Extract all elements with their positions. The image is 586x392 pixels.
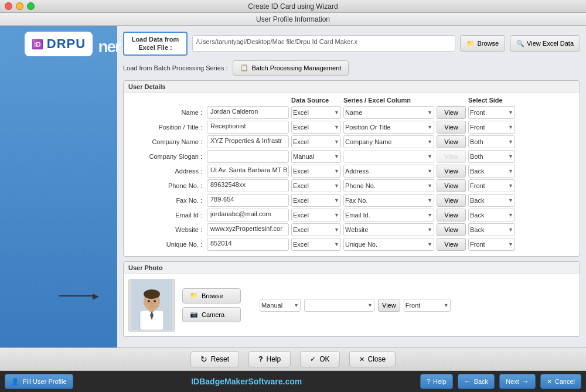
field-value-0[interactable]: Jordan Calderon: [207, 106, 289, 119]
series-select-3[interactable]: [343, 150, 434, 163]
view-button-3: View: [437, 150, 466, 163]
side-select-3[interactable]: FrontBackBoth: [468, 150, 515, 163]
side-select-9[interactable]: FrontBackBoth: [468, 238, 515, 251]
cancel-icon: [547, 378, 552, 386]
source-select-9[interactable]: ExcelManual: [291, 238, 341, 251]
minimize-window-button[interactable]: [16, 2, 23, 10]
browse-button[interactable]: Browse: [460, 35, 505, 52]
field-label-6: Fax No. :: [128, 197, 205, 204]
field-value-8[interactable]: www.xyzPropertiesinf.cor: [207, 223, 289, 236]
photo-source-select[interactable]: Manual Excel: [260, 299, 301, 312]
batch-label: Load from Batch Processing Series :: [123, 64, 228, 71]
footer-help-button[interactable]: ? Help: [420, 374, 453, 389]
side-cell-4: FrontBackBoth▼: [468, 165, 515, 178]
field-value-9[interactable]: 852014: [207, 238, 289, 251]
view-button-4[interactable]: View: [437, 165, 466, 178]
series-select-7[interactable]: Email Id.: [343, 209, 434, 221]
photo-preview: [128, 279, 175, 332]
series-select-5[interactable]: Phone No.: [343, 179, 434, 192]
table-row: Company Name :XYZ Properties & InfrastrE…: [128, 135, 575, 148]
ok-button[interactable]: OK: [300, 351, 339, 367]
side-select-8[interactable]: FrontBackBoth: [468, 223, 515, 236]
help-button[interactable]: Help: [248, 351, 291, 367]
source-select-2[interactable]: ExcelManual: [291, 135, 341, 148]
batch-processing-button[interactable]: Batch Processing Management: [233, 60, 349, 76]
camera-button[interactable]: Camera: [182, 307, 241, 322]
view-button-0[interactable]: View: [437, 106, 466, 119]
source-select-wrap-8: ExcelManual▼: [291, 223, 341, 236]
brand-tld: .com: [283, 377, 302, 386]
source-select-5[interactable]: ExcelManual: [291, 179, 341, 192]
source-select-8[interactable]: ExcelManual: [291, 223, 341, 236]
field-value-5[interactable]: 89632548xx: [207, 179, 289, 192]
side-cell-9: FrontBackBoth▼: [468, 238, 515, 251]
view-button-7[interactable]: View: [437, 209, 466, 221]
view-button-8[interactable]: View: [437, 223, 466, 236]
side-select-4[interactable]: FrontBackBoth: [468, 165, 515, 178]
photo-series-select[interactable]: [304, 299, 374, 312]
maximize-window-button[interactable]: [27, 2, 35, 10]
field-value-4[interactable]: Ut Av. Santa Barbara MT B: [207, 165, 289, 178]
side-select-0[interactable]: FrontBackBoth: [468, 106, 515, 119]
next-button[interactable]: Next: [499, 374, 536, 389]
series-select-8[interactable]: Website: [343, 223, 434, 236]
window-controls[interactable]: [5, 2, 35, 10]
source-select-7[interactable]: ExcelManual: [291, 209, 341, 221]
close-window-button[interactable]: [5, 2, 12, 10]
close-button[interactable]: Close: [349, 351, 396, 367]
user-details-header: User Details: [124, 81, 580, 93]
fill-profile-button[interactable]: Fill User Profile: [5, 374, 73, 389]
series-select-1[interactable]: Position Or Title: [343, 121, 434, 134]
cancel-button[interactable]: Cancel: [540, 374, 581, 389]
view-button-9[interactable]: View: [437, 238, 466, 251]
brand-text: IDBadgeMakerSoftware: [191, 377, 282, 386]
view-button-6[interactable]: View: [437, 194, 466, 207]
field-value-1[interactable]: Receptionist: [207, 121, 289, 134]
side-select-5[interactable]: FrontBackBoth: [468, 179, 515, 192]
table-row: Position / Title :ReceptionistExcelManua…: [128, 121, 575, 134]
field-value-2[interactable]: XYZ Properties & Infrastr: [207, 135, 289, 148]
side-cell-2: FrontBackBoth▼: [468, 135, 515, 148]
view-excel-button[interactable]: View Excel Data: [510, 35, 580, 52]
series-select-2[interactable]: Company Name: [343, 135, 434, 148]
view-button-1[interactable]: View: [437, 121, 466, 134]
series-select-wrap-1: Position Or Title▼: [343, 121, 434, 134]
view-excel-icon: [516, 40, 524, 47]
field-value-6[interactable]: 789-654: [207, 194, 289, 207]
side-select-6[interactable]: FrontBackBoth: [468, 194, 515, 207]
source-select-1[interactable]: ExcelManual: [291, 121, 341, 134]
series-select-wrap-6: Fax No.▼: [343, 194, 434, 207]
side-select-2[interactable]: FrontBackBoth: [468, 135, 515, 148]
view-button-2[interactable]: View: [437, 135, 466, 148]
view-button-5[interactable]: View: [437, 179, 466, 192]
series-select-0[interactable]: Name: [343, 106, 434, 119]
arrow-head-icon: ▶: [93, 291, 99, 301]
photo-browse-button[interactable]: Browse: [182, 288, 241, 304]
side-select-7[interactable]: FrontBackBoth: [468, 209, 515, 221]
source-select-4[interactable]: ExcelManual: [291, 165, 341, 178]
series-select-9[interactable]: Unique No.: [343, 238, 434, 251]
source-select-wrap-2: ExcelManual▼: [291, 135, 341, 148]
back-button[interactable]: Back: [458, 374, 495, 389]
field-value-7[interactable]: jordanabc@mail.com: [207, 209, 289, 221]
source-select-6[interactable]: ExcelManual: [291, 194, 341, 207]
source-select-3[interactable]: ExcelManual: [291, 150, 341, 163]
field-label-2: Company Name :: [128, 138, 205, 145]
logo-icon: 🆔: [32, 39, 43, 50]
photo-view-button[interactable]: View: [378, 299, 400, 312]
footer-right: ? Help Back Next Cancel: [420, 374, 581, 389]
reset-button[interactable]: Reset: [190, 351, 239, 367]
side-cell-5: FrontBackBoth▼: [468, 179, 515, 192]
source-select-0[interactable]: ExcelManual: [291, 106, 341, 119]
series-select-wrap-5: Phone No.▼: [343, 179, 434, 192]
form-area: Load Data from Excel File : /Users/tarun…: [117, 26, 586, 347]
source-select-wrap-5: ExcelManual▼: [291, 179, 341, 192]
photo-side-select[interactable]: Front Back Both: [404, 299, 451, 312]
series-select-4[interactable]: Address: [343, 165, 434, 178]
photo-content: Browse Camera Manual Excel ▼: [124, 274, 580, 336]
table-row: Email Id :jordanabc@mail.comExcelManual▼…: [128, 209, 575, 221]
side-select-1[interactable]: FrontBackBoth: [468, 121, 515, 134]
close-label: Close: [368, 355, 386, 363]
series-select-6[interactable]: Fax No.: [343, 194, 434, 207]
field-value-3[interactable]: [207, 150, 289, 163]
